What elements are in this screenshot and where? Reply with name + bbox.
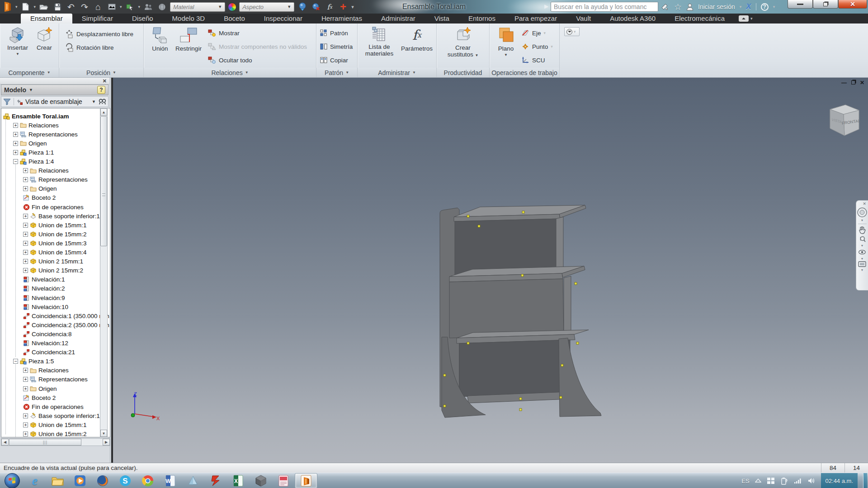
crear-sustitutos-button[interactable]: Crear sustitutos ▼ [442,26,484,59]
punto-button[interactable]: Punto ▾ [521,42,553,52]
material-dropdown[interactable]: Material ▼ [170,2,225,12]
desplazamiento-libre-button[interactable]: Desplazamiento libre [65,29,133,39]
filter-funnel-icon[interactable] [3,99,11,105]
doc-minimize-icon[interactable]: — [841,80,847,86]
scroll-up-icon[interactable]: ▲ [100,108,107,116]
people-icon[interactable] [143,1,154,12]
taskbar-chrome-button[interactable] [137,473,159,488]
qat-more-icon[interactable]: ▾ [351,4,354,10]
expand-icon[interactable]: + [23,168,28,173]
taskbar-skype-button[interactable]: S [114,473,137,488]
title-chevron-icon[interactable]: ▶ [544,3,548,9]
expand-icon[interactable]: + [23,422,28,427]
tree-item-representaciones[interactable]: +Representaciones [23,375,88,384]
color-wheel-icon[interactable] [228,3,236,11]
navbar-close-icon[interactable]: ✕ [863,202,866,206]
browser-title-caret-icon[interactable]: ▼ [29,88,33,92]
tree-item-base-soporte-inferior-1[interactable]: +Base soporte inferior:1 [23,411,100,420]
view-mode-caret-icon[interactable]: ▼ [92,99,96,104]
fx-parameters-icon[interactable]: fx [324,1,335,12]
exchange-apps-icon[interactable]: X [746,2,751,11]
tree-item-representaciones[interactable]: +Representaciones [23,175,88,184]
expand-icon[interactable]: + [23,432,28,436]
parametros-button[interactable]: fx Parámetros [398,26,435,52]
taskbar-word-button[interactable]: W [159,473,182,488]
restringir-button[interactable]: Restringir [172,26,205,52]
tree-item-union-de-15mm-2[interactable]: +Union de 15mm:2 [23,230,87,239]
panel-label-componente[interactable]: Componente▼ [0,68,59,77]
hidden-icons-icon[interactable] [755,479,761,483]
full-navigation-wheel-icon[interactable] [857,207,868,218]
new-file-icon[interactable] [20,1,31,12]
render-icon[interactable] [106,1,117,12]
tree-item-fin-de-operaciones[interactable]: Fin de operaciones [23,202,84,211]
tab-modelo-3d[interactable]: Modelo 3D [163,14,215,23]
communication-center-icon[interactable] [661,3,670,11]
orbit-icon[interactable] [858,248,866,256]
lista-materiales-button[interactable]: Lista de materiales [361,26,397,57]
tree-vertical-scrollbar[interactable]: ▲ ▼ [100,108,108,437]
ocultar-todo-button[interactable]: Ocultar todo [208,55,252,65]
scu-button[interactable]: SCU [521,55,545,65]
mostrar-button[interactable]: Mostrar [208,28,240,38]
taskbar-doc-app-button[interactable] [272,473,295,488]
expand-icon[interactable]: + [23,186,28,191]
aspecto-dropdown[interactable]: Aspecto ▼ [239,2,294,12]
tree-item-relaciones[interactable]: +Relaciones [23,166,69,175]
power-plug-icon[interactable] [780,477,788,485]
scroll-thumb[interactable] [100,116,107,246]
tree-item-nivelación-2[interactable]: Nivelación:2 [23,284,65,293]
browser-search-icon[interactable] [99,99,106,105]
tab-simplificar[interactable]: Simplificar [72,14,123,23]
tree-horizontal-scrollbar[interactable]: ◀ ||| ▶ [1,438,110,446]
taskbar-inventor-button[interactable] [295,473,317,488]
patron-button[interactable]: Patrón [320,28,348,38]
panel-label-patron[interactable]: Patrón▼ [316,68,357,77]
help-search-input[interactable] [551,2,658,11]
expand-icon[interactable]: + [23,413,28,418]
tree-item-coincidencia-1-350-000-mm[interactable]: Coincidencia:1 (350.000 mm [23,311,109,320]
doc-close-icon[interactable]: ✕ [860,80,864,86]
tree-item-coincidencia-21[interactable]: Coincidencia:21 [23,348,75,357]
tree-item-union-de-15mm-4[interactable]: +Union de 15mm:4 [23,248,87,257]
pan-hand-icon[interactable] [858,226,866,234]
minimize-button[interactable] [788,0,813,9]
panel-label-productividad[interactable]: Productividad [437,68,489,77]
tab-inspeccionar[interactable]: Inspeccionar [255,14,312,23]
expand-icon[interactable]: + [23,232,28,237]
tree-item-pieza-1-1[interactable]: +Pieza 1:1 [13,148,54,157]
taskbar-excel-button[interactable]: X [227,473,250,488]
browser-grip[interactable]: ✕ [0,78,109,84]
web-sphere-icon[interactable] [156,1,167,12]
tree-item-coincidencia-2-350-000-mm[interactable]: Coincidencia:2 (350.000 mm [23,320,109,329]
expand-icon[interactable]: + [13,141,18,146]
zoom-icon[interactable] [858,235,866,243]
copiar-button[interactable]: Copiar [320,55,348,65]
tab-boceto[interactable]: Boceto [214,14,255,23]
tree-item-coincidencia-8[interactable]: Coincidencia:8 [23,329,72,338]
open-icon[interactable] [38,1,49,12]
taskbar-media-player-button[interactable] [69,473,91,488]
language-indicator[interactable]: ES [741,478,749,484]
select-caret-icon[interactable]: ▾ [138,5,141,9]
simetria-button[interactable]: Simetría [320,42,353,52]
taskbar-firefox-button[interactable] [91,473,114,488]
user-icon[interactable] [686,3,693,11]
help-icon[interactable]: ? [761,3,769,11]
tree-item-pieza-1-5[interactable]: −Pieza 1:5 [13,357,54,366]
tab-para-empezar[interactable]: Para empezar [505,14,566,23]
panel-display-caret-icon[interactable]: ▾ [750,16,753,21]
doc-restore-icon[interactable] [851,80,855,84]
redo-icon[interactable]: ↷ [79,1,90,12]
scroll-right-icon[interactable]: ▶ [103,439,110,446]
favorites-star-icon[interactable]: ☆ [674,2,682,12]
tree-item-nivelación-10[interactable]: Nivelación:10 [23,302,68,311]
tree-item-relaciones[interactable]: +Relaciones [23,366,69,375]
union-button[interactable]: Unión [149,26,171,52]
expand-icon[interactable]: + [23,259,28,264]
tree-item-nivelación-1[interactable]: Nivelación:1 [23,275,65,284]
new-file-caret-icon[interactable]: ▾ [34,5,36,9]
tree-item-origen[interactable]: +Origen [23,384,57,393]
tab-entornos[interactable]: Entornos [459,14,505,23]
clear-appearance-icon[interactable] [311,1,321,12]
